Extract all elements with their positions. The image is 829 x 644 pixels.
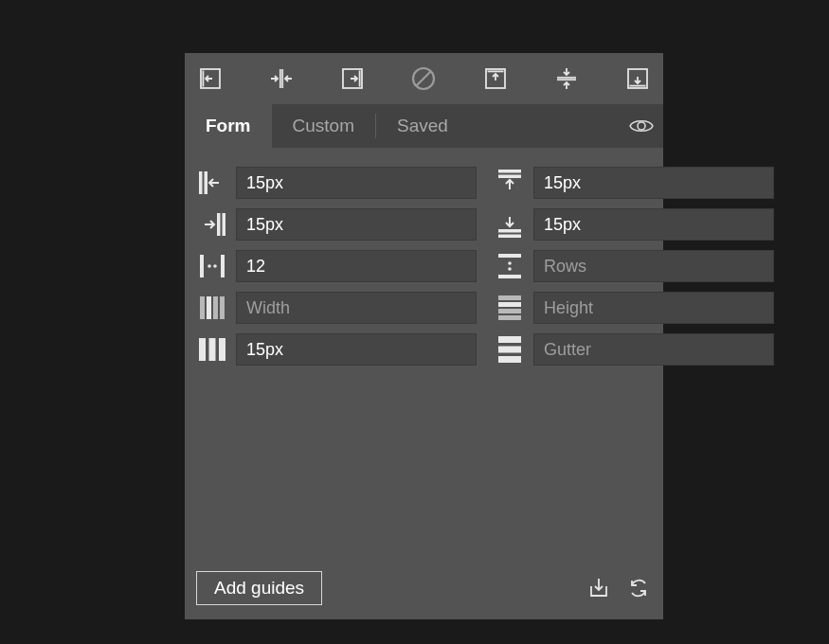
columns-count-icon [196,250,228,282]
rows-input[interactable] [533,250,774,282]
margin-left-field [196,167,477,199]
rows-field [494,250,774,282]
svg-rect-42 [209,338,216,361]
svg-rect-21 [217,213,221,236]
columns-input[interactable] [236,250,477,282]
margin-right-input[interactable] [236,208,477,241]
svg-rect-6 [359,71,361,87]
svg-rect-30 [498,275,521,278]
row-gutter-field [494,333,774,366]
svg-point-27 [207,264,211,268]
align-center-horizontal-icon[interactable] [267,64,296,93]
svg-rect-29 [498,254,521,258]
margin-left-icon [196,167,228,199]
svg-rect-46 [498,356,521,363]
column-width-icon [196,292,228,324]
svg-rect-12 [557,77,576,79]
svg-point-28 [213,264,217,268]
align-center-vertical-icon[interactable] [552,64,581,93]
svg-rect-13 [557,79,576,80]
tabs: Form Custom Saved [185,104,663,148]
align-toolbar [185,53,663,104]
svg-rect-33 [200,296,205,319]
row-gutter-input[interactable] [533,333,774,366]
svg-rect-18 [205,171,208,194]
column-width-field [196,292,477,324]
align-left-icon[interactable] [196,64,225,93]
tab-custom[interactable]: Custom [272,104,375,148]
svg-rect-10 [487,71,503,73]
footer: Add guides [185,563,663,619]
align-bottom-icon[interactable] [623,64,652,93]
svg-point-32 [508,267,512,271]
row-height-icon [494,292,526,324]
column-gutter-icon [196,333,228,366]
svg-rect-15 [629,85,645,87]
svg-rect-41 [199,338,206,361]
svg-rect-45 [498,347,521,353]
svg-rect-37 [498,295,521,300]
import-icon[interactable] [586,575,612,601]
svg-rect-35 [213,296,218,319]
refresh-icon[interactable] [625,575,652,601]
svg-rect-25 [200,255,204,277]
svg-rect-43 [219,338,225,361]
svg-rect-17 [199,171,203,194]
rows-count-icon [494,250,526,282]
svg-rect-3 [279,69,281,88]
svg-rect-19 [498,170,521,173]
svg-rect-22 [223,213,226,236]
svg-rect-26 [221,255,225,277]
tab-saved-label: Saved [397,116,448,136]
row-height-field [494,292,774,324]
row-height-input[interactable] [533,292,774,324]
tab-form-label: Form [206,116,251,136]
tab-saved[interactable]: Saved [376,104,469,148]
svg-point-16 [638,122,645,130]
margin-top-icon [494,167,526,199]
svg-rect-36 [220,296,225,319]
align-right-icon[interactable] [338,64,367,93]
margin-bottom-input[interactable] [533,208,774,241]
svg-rect-1 [203,71,205,87]
clear-guides-icon[interactable] [409,64,438,93]
svg-rect-40 [498,315,521,320]
tab-custom-label: Custom [293,116,354,136]
svg-rect-34 [207,296,211,319]
column-width-input[interactable] [236,292,477,324]
svg-rect-24 [498,235,521,239]
margin-top-field [494,167,774,199]
margin-right-field [196,208,477,241]
margin-left-input[interactable] [236,167,477,199]
margin-bottom-field [494,208,774,241]
visibility-toggle-icon[interactable] [620,104,663,148]
svg-rect-39 [498,309,521,313]
svg-rect-38 [498,302,521,307]
column-gutter-input[interactable] [236,333,477,366]
add-guides-button[interactable]: Add guides [196,571,322,605]
column-gutter-field [196,333,477,366]
guides-panel: Form Custom Saved [185,53,663,619]
svg-rect-44 [498,336,521,343]
margin-right-icon [196,208,228,241]
tab-form[interactable]: Form [185,104,272,148]
svg-rect-4 [281,69,283,88]
row-gutter-icon [494,333,526,366]
svg-rect-23 [498,229,521,233]
svg-rect-20 [498,175,521,179]
margin-bottom-icon [494,208,526,241]
columns-field [196,250,477,282]
margin-top-input[interactable] [533,167,774,199]
svg-point-31 [508,261,512,265]
align-top-icon[interactable] [481,64,510,93]
form-grid [185,148,663,375]
svg-line-8 [417,72,431,86]
